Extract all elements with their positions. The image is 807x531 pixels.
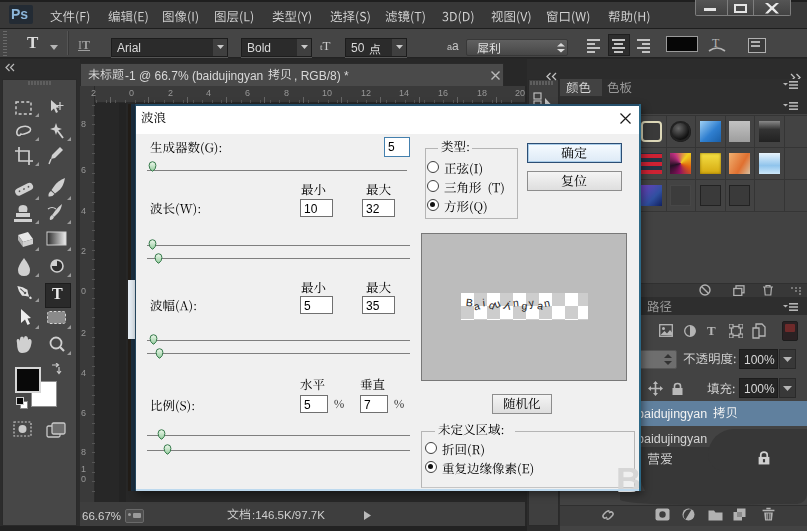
svg-text:T: T	[712, 36, 720, 50]
svg-text:Baidujingyan: Baidujingyan	[465, 296, 553, 313]
